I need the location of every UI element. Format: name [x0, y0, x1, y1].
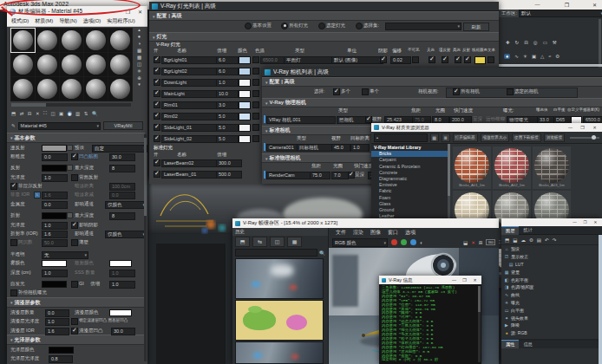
maxdepth2-value[interactable]: 8 — [109, 212, 135, 220]
camera-name-field[interactable]: VRay 相机.001 — [266, 116, 336, 124]
abbe-checkbox[interactable] — [10, 239, 17, 246]
bump-checkbox[interactable] — [71, 153, 78, 160]
material-sample-slot[interactable] — [60, 53, 83, 76]
light-mult-field[interactable]: 300.0 — [216, 159, 242, 167]
light-color-swatch[interactable] — [239, 113, 251, 120]
light-mult-field[interactable]: 500.0 — [216, 171, 242, 179]
compensate-checkbox[interactable] — [10, 289, 17, 296]
light-temp-checkbox[interactable] — [252, 124, 259, 131]
light-on-checkbox[interactable] — [154, 171, 160, 178]
light-name-field[interactable]: LaserBeam_01 — [161, 171, 217, 179]
material-sample-slot[interactable] — [84, 29, 108, 52]
vr-view-icon[interactable]: 360 — [486, 239, 495, 245]
material-name-field[interactable]: Material #45 — [18, 122, 101, 130]
save-preset-icon[interactable]: ⚙ — [529, 237, 533, 243]
category-item[interactable]: Ground — [371, 207, 448, 213]
roughness-value[interactable]: 0.0 — [42, 153, 68, 161]
frame-buffer-titlebar[interactable]: V-Ray 帧缓存区 - [15.4% of 2000 x 1273] — [232, 218, 499, 228]
selection-set-select[interactable] — [385, 23, 461, 30]
menu-options[interactable]: 选项(O) — [83, 17, 101, 25]
coat-ior-value[interactable]: 1.6 — [45, 328, 69, 335]
cameras-category-icon[interactable]: ▣ — [532, 54, 536, 59]
multi-checkbox[interactable] — [333, 88, 340, 95]
layer-item[interactable]: ⌂预设 — [501, 245, 602, 253]
light-units-select[interactable]: 默认 (图像) — [331, 56, 383, 64]
layer-item[interactable]: ✦镜头效果 — [501, 314, 602, 322]
material-tile[interactable]: Bricks_A03_1m — [533, 146, 571, 189]
layer-item[interactable]: ▦背景 — [501, 268, 602, 276]
menu-mode[interactable]: 模式(D) — [11, 17, 29, 25]
light-name-field[interactable]: SideLight_02 — [161, 135, 217, 143]
layer-item[interactable]: ◨色调/饱和度 — [501, 283, 602, 291]
menu-utilities[interactable]: 实用程序(U) — [107, 17, 134, 25]
dim-fall-value[interactable]: 0.0 — [109, 192, 135, 199]
light-temp-checkbox[interactable] — [252, 79, 259, 86]
coat-amount-value[interactable]: 0.0 — [45, 309, 69, 317]
go-parent-icon[interactable]: ⇅ — [84, 111, 88, 116]
light-specular-checkbox[interactable] — [455, 56, 461, 63]
sss-value[interactable]: 1.0 — [109, 270, 135, 277]
tab-properties[interactable]: 属性 — [501, 340, 519, 348]
fov-checkbox[interactable] — [365, 116, 372, 123]
coat-color-swatch[interactable] — [109, 309, 132, 316]
spacewarps-category-icon[interactable]: ≈ — [548, 54, 551, 59]
selfillum-swatch[interactable] — [42, 281, 67, 288]
eyedropper-icon[interactable]: ✎ — [11, 123, 16, 128]
lp-maximize-button[interactable]: ❐ — [581, 220, 589, 224]
refract-map-button[interactable] — [67, 212, 73, 218]
category-item[interactable]: Glass — [371, 201, 448, 207]
light-mult-field[interactable]: 10.0 — [216, 90, 239, 98]
light-temp-field[interactable]: 6500.0 — [260, 56, 285, 64]
category-item[interactable]: Diagrammatic — [371, 176, 448, 182]
library-root[interactable]: V-Ray Material Library — [371, 145, 448, 151]
light-invisible-checkbox[interactable] — [412, 56, 419, 63]
log-maximize-button[interactable]: ❐ — [461, 277, 468, 283]
light-temp-checkbox[interactable] — [252, 113, 259, 120]
sheen-color-swatch[interactable] — [49, 347, 74, 354]
log-scrollbar[interactable] — [478, 286, 481, 362]
ab-scale-button[interactable]: 缩放世界大小 — [481, 133, 510, 142]
light-temp-checkbox[interactable] — [252, 101, 259, 108]
make-copy-icon[interactable]: ⛶ — [43, 110, 47, 116]
add-layer-icon[interactable]: ⬒ — [505, 237, 509, 243]
light-on-checkbox[interactable] — [154, 79, 160, 86]
cl-phys-rollout[interactable]: ▾V-Ray 物理相机 — [262, 98, 602, 107]
transl-select[interactable]: 无 — [42, 251, 88, 259]
me-minimize-button[interactable]: — — [111, 9, 121, 14]
geometry-category-icon[interactable]: ● — [504, 54, 510, 59]
rollout-basic-params[interactable]: ▾基本参数 — [7, 133, 145, 143]
light-name-field[interactable]: Rim01 — [161, 101, 217, 109]
category-item[interactable]: Concrete — [371, 170, 448, 176]
light-name-field[interactable]: SideLight_01 — [161, 124, 217, 132]
tab-info[interactable]: 信息 — [519, 341, 536, 348]
single-checkbox[interactable] — [362, 88, 369, 95]
camera-name-field[interactable]: Camera001 — [266, 144, 299, 152]
light-reflect-checkbox[interactable] — [464, 56, 471, 63]
region-render-icon[interactable]: ⊞ — [479, 240, 483, 245]
category-item[interactable]: Emissive — [371, 182, 448, 188]
create-tab-icon[interactable]: ✚ — [506, 40, 510, 45]
material-sample-slot[interactable] — [11, 77, 35, 101]
ior-value[interactable]: 1.6 — [42, 231, 68, 238]
scroll-up-icon[interactable]: ▲ — [137, 28, 141, 32]
light-color-swatch[interactable] — [239, 68, 251, 75]
fog-swatch[interactable] — [42, 260, 67, 267]
radio-selected-lights[interactable] — [318, 23, 325, 29]
put-material-icon[interactable]: ⇄ — [20, 111, 24, 116]
pick-material-icon[interactable]: 🔍 — [92, 111, 98, 116]
diffuse-map-button[interactable] — [67, 145, 73, 151]
material-sample-slot[interactable] — [36, 53, 59, 76]
material-tile[interactable]: Bricks_A01_1m — [453, 146, 491, 189]
fb-menu-file[interactable]: 文件 — [336, 229, 346, 237]
gloss-value[interactable]: 1.0 — [42, 174, 68, 182]
material-sample-slot[interactable] — [84, 77, 108, 101]
fov-value[interactable]: 45.0 — [331, 144, 350, 152]
fb-menu-options[interactable]: 选项 — [405, 229, 416, 237]
radio-all-lights[interactable] — [281, 23, 288, 29]
history-thumbnail[interactable] — [235, 341, 324, 364]
backlight-icon[interactable]: ◑ — [138, 41, 141, 46]
mult-value[interactable]: 1.0 — [109, 281, 135, 289]
max-minimize-button[interactable]: — — [533, 2, 542, 7]
ab-minimize-button[interactable]: — — [566, 125, 575, 130]
refract-swatch[interactable] — [42, 212, 67, 219]
